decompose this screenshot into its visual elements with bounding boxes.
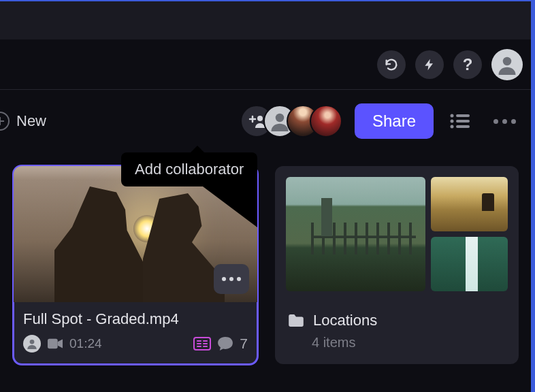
toolbar: New Share: [0, 90, 535, 152]
new-button[interactable]: New: [0, 112, 46, 131]
lightning-icon: [423, 57, 436, 72]
list-view-button[interactable]: [446, 107, 474, 135]
more-options-button[interactable]: [487, 112, 523, 131]
svg-rect-6: [456, 120, 470, 122]
collage-image-3: [431, 237, 508, 291]
comment-icon: [218, 337, 233, 350]
video-icon: [48, 338, 63, 349]
folder-icon: [289, 314, 304, 327]
svg-point-2: [276, 114, 285, 122]
share-button[interactable]: Share: [355, 103, 434, 139]
svg-point-7: [451, 125, 454, 129]
collage-image-2: [431, 177, 508, 231]
card-body: Locations 4 items: [275, 302, 519, 364]
collaborator-avatar-3[interactable]: [310, 105, 342, 137]
help-button[interactable]: ?: [453, 50, 482, 79]
user-silhouette-icon: [497, 54, 517, 75]
comment-count: 7: [240, 336, 248, 352]
task-icon: [193, 337, 211, 350]
help-icon: ?: [463, 55, 473, 74]
svg-point-0: [503, 56, 512, 65]
video-thumbnail: [14, 166, 257, 302]
new-button-label: New: [16, 112, 46, 130]
svg-rect-8: [456, 125, 470, 128]
svg-rect-11: [194, 338, 210, 350]
video-duration: 01:24: [69, 336, 102, 351]
folder-item-count: 4 items: [312, 335, 506, 350]
video-meta: 01:24 7: [23, 335, 248, 353]
collaborator-avatars: [240, 105, 342, 137]
list-icon: [450, 113, 470, 129]
folder-name: Locations: [313, 312, 377, 329]
refresh-button[interactable]: [377, 50, 406, 79]
svg-point-5: [451, 120, 454, 123]
folder-card[interactable]: Locations 4 items: [275, 166, 519, 364]
folder-thumbnail-collage: [275, 166, 519, 302]
top-banner: [0, 0, 535, 39]
card-body: Full Spot - Graded.mp4 01:24: [14, 302, 257, 363]
video-title: Full Spot - Graded.mp4: [23, 310, 248, 328]
profile-avatar[interactable]: [491, 49, 523, 80]
svg-rect-10: [48, 339, 58, 349]
collage-image-1: [286, 177, 425, 291]
right-border: [531, 0, 535, 392]
header-bar: ?: [0, 39, 535, 90]
cards-grid: Full Spot - Graded.mp4 01:24: [0, 166, 535, 364]
tooltip-add-collaborator: Add collaborator: [121, 152, 257, 186]
user-silhouette-icon: [27, 338, 37, 349]
refresh-icon: [384, 57, 399, 72]
svg-point-9: [30, 340, 35, 344]
card-more-button[interactable]: [214, 264, 249, 294]
plus-icon: [0, 112, 10, 131]
video-card[interactable]: Full Spot - Graded.mp4 01:24: [14, 166, 257, 364]
svg-point-1: [257, 116, 263, 121]
svg-point-3: [451, 114, 454, 118]
lightning-button[interactable]: [415, 50, 444, 79]
svg-rect-4: [456, 114, 470, 117]
uploader-avatar: [23, 335, 41, 353]
